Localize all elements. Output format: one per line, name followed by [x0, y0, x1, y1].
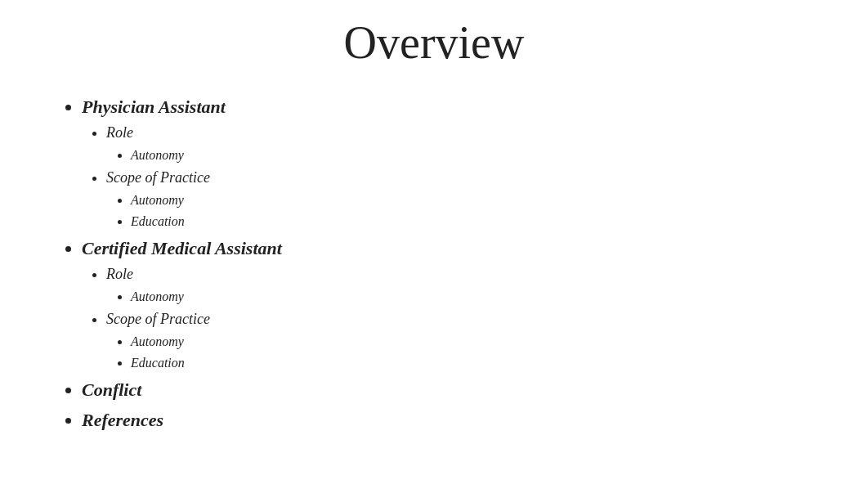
list-item: Scope of Practice Autonomy Education	[106, 308, 819, 373]
list-item: Role Autonomy	[106, 122, 819, 165]
page: Overview Physician Assistant Role Autono…	[0, 0, 868, 489]
item-label: Autonomy	[131, 289, 184, 303]
list-item: Autonomy	[131, 287, 819, 307]
list-item: Role Autonomy	[106, 263, 819, 307]
item-label: Physician Assistant	[82, 96, 226, 117]
item-label: Autonomy	[131, 148, 184, 162]
item-label: Role	[106, 124, 133, 141]
list-item: References	[82, 406, 819, 433]
list-item: Scope of Practice Autonomy Education	[106, 167, 819, 231]
list-item: Physician Assistant Role Autonomy Scope …	[82, 93, 819, 231]
list-item: Education	[131, 212, 819, 231]
outline-level3: Autonomy	[106, 287, 819, 307]
page-title: Overview	[49, 16, 819, 69]
item-label: Scope of Practice	[106, 169, 210, 186]
outline-level2: Role Autonomy Scope of Practice Autonomy	[82, 122, 819, 231]
list-item: Autonomy	[131, 332, 819, 352]
item-label: Education	[131, 214, 185, 228]
item-label: Role	[106, 266, 133, 282]
item-label: Autonomy	[131, 334, 184, 348]
list-item: Education	[131, 353, 819, 373]
list-item: Autonomy	[131, 146, 819, 165]
item-label: Education	[131, 356, 185, 370]
outline-level2: Role Autonomy Scope of Practice Autonomy	[82, 263, 819, 373]
item-label: References	[82, 410, 163, 430]
item-label: Certified Medical Assistant	[82, 238, 282, 258]
title-container: Overview	[49, 16, 819, 69]
outline-level3: Autonomy Education	[106, 332, 819, 373]
outline-level1: Physician Assistant Role Autonomy Scope …	[65, 93, 819, 433]
list-item: Conflict	[82, 376, 819, 403]
item-label: Scope of Practice	[106, 311, 210, 327]
item-label: Conflict	[82, 379, 141, 400]
list-item: Autonomy	[131, 191, 819, 210]
list-item: Certified Medical Assistant Role Autonom…	[82, 235, 819, 373]
content-area: Physician Assistant Role Autonomy Scope …	[49, 93, 819, 437]
outline-level3: Autonomy Education	[106, 191, 819, 231]
outline-level3: Autonomy	[106, 146, 819, 165]
item-label: Autonomy	[131, 193, 184, 207]
